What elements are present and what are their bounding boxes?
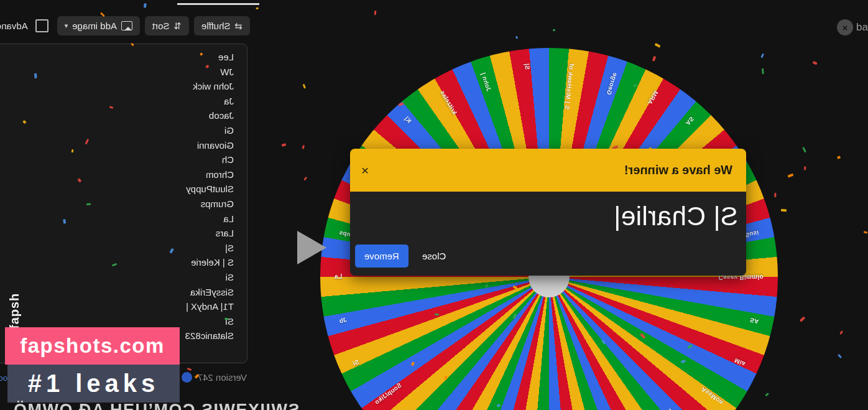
entry-row: S| <box>0 241 234 256</box>
confetti-speck <box>303 84 307 89</box>
entry-row: SI <box>0 314 234 329</box>
confetti-speck <box>302 145 305 149</box>
confetti-speck <box>303 177 307 180</box>
confetti-speck <box>804 166 806 170</box>
confetti-speck <box>802 147 806 152</box>
winner-name: S| Charlie| <box>350 192 746 231</box>
entry-row: S | Kelerie <box>0 255 234 270</box>
shuffle-label: Shuffle <box>201 21 230 31</box>
wheel-pointer-icon <box>297 231 326 264</box>
version-row: Version 247 <box>182 372 247 383</box>
entry-row: John wick <box>0 79 234 94</box>
ad-chip: ba × <box>837 19 868 35</box>
confetti-speck <box>837 156 841 159</box>
confetti-speck <box>864 231 867 234</box>
confetti-speck <box>553 29 556 31</box>
confetti-speck <box>839 330 843 334</box>
add-image-label: Add image <box>72 21 117 31</box>
winner-dialog: We have a winner! × S| Charlie| Close Re… <box>350 149 746 276</box>
remove-button[interactable]: Remove <box>355 245 409 268</box>
entry-row: Si <box>0 270 234 285</box>
entry-row: Lars <box>0 226 234 241</box>
confetti-speck <box>800 317 805 322</box>
confetti-speck <box>133 393 136 395</box>
info-dot-icon <box>182 372 192 383</box>
confetti-speck <box>655 43 661 48</box>
entry-row: Gi <box>0 123 234 138</box>
sort-label: Sort <box>152 21 170 31</box>
app-root: LaJbSiSoup/JikoSLAYA 21Slatanic823JacobJ… <box>0 0 868 410</box>
toolbar: ⇄ Shuffle ⇅ Sort Add image ▾ Advanced <box>0 16 250 35</box>
entry-row: Chrom <box>0 167 234 182</box>
close-icon[interactable]: × <box>837 19 853 35</box>
confetti-speck <box>813 61 818 65</box>
confetti-speck <box>838 354 842 358</box>
confetti-speck <box>73 369 77 373</box>
confetti-speck <box>788 174 794 178</box>
entry-row: JW <box>0 65 234 80</box>
confetti-speck <box>774 193 777 197</box>
mirrored-app-layer: LaJbSiSoup/JikoSLAYA 21Slatanic823JacobJ… <box>0 0 868 410</box>
tab-indicator <box>177 3 259 5</box>
confetti-speck <box>781 209 787 212</box>
confetti-speck <box>144 3 147 8</box>
entry-row: Slatanic823 <box>0 328 234 343</box>
confetti-speck <box>762 68 764 74</box>
entry-row: Jacob <box>0 108 234 123</box>
close-button[interactable]: Close <box>415 245 453 267</box>
dialog-actions: Close Remove <box>355 245 453 268</box>
link-fragment: oc <box>0 373 7 383</box>
winner-dialog-header: We have a winner! × <box>350 149 746 192</box>
confetti-speck <box>256 7 259 10</box>
sort-icon: ⇅ <box>173 21 182 30</box>
entry-row: SissyErika <box>0 285 234 300</box>
entry-row: T1| AndyX | <box>0 299 234 314</box>
winner-dialog-title: We have a winner! <box>369 163 732 177</box>
confetti-speck <box>281 143 286 147</box>
entry-row: Ch <box>0 152 234 167</box>
entry-row: Ja <box>0 94 234 109</box>
confetti-speck <box>765 393 769 396</box>
entry-row: Giovanni <box>0 138 234 153</box>
confetti-speck <box>761 53 764 58</box>
entry-row: SluutPuppy <box>0 182 234 197</box>
entry-row: Grumps <box>0 197 234 212</box>
image-icon <box>121 21 132 30</box>
sort-button[interactable]: ⇅ Sort <box>145 16 189 35</box>
advanced-label: Advanced <box>0 21 28 31</box>
confetti-speck <box>187 368 192 371</box>
confetti-speck <box>515 36 518 39</box>
confetti-speck <box>374 11 377 15</box>
entry-row: Lee <box>0 50 234 65</box>
version-label: Version 247 <box>198 372 247 383</box>
ad-chip-label: ba <box>856 21 868 34</box>
chevron-down-icon: ▾ <box>65 22 68 30</box>
entries-list[interactable]: LeeJWJohn wickJaJacobGiGiovanniChChromSl… <box>0 44 247 363</box>
confetti-speck <box>652 56 656 62</box>
entry-row: La <box>0 212 234 226</box>
dialog-close-icon[interactable]: × <box>361 164 369 177</box>
shuffle-button[interactable]: ⇄ Shuffle <box>194 16 250 35</box>
shuffle-icon: ⇄ <box>234 21 242 30</box>
advanced-checkbox[interactable] <box>35 19 48 32</box>
add-image-button[interactable]: Add image ▾ <box>57 16 140 35</box>
